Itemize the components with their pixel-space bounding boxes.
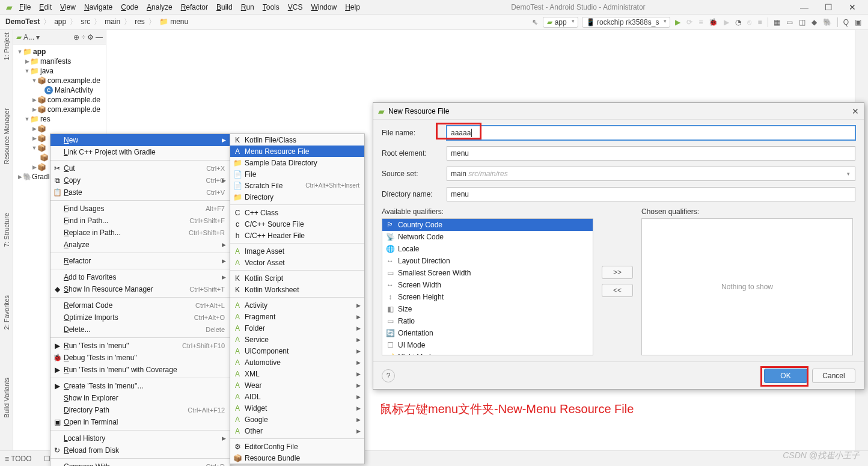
- new-resource-bundle[interactable]: 📦Resource Bundle: [230, 452, 364, 464]
- rail-structure[interactable]: 7: Structure: [3, 213, 10, 247]
- tb-icon-4[interactable]: ◆: [808, 18, 820, 26]
- add-qualifier-button[interactable]: >>: [602, 266, 633, 279]
- stop-icon[interactable]: ■: [754, 18, 765, 26]
- dialog-close-icon[interactable]: ✕: [852, 106, 859, 116]
- debug-icon[interactable]: 🐞: [706, 18, 721, 26]
- tree-app[interactable]: ▼📁app: [13, 47, 106, 57]
- new-other[interactable]: AOther▶: [230, 425, 364, 437]
- ctx-optimize-imports[interactable]: Optimize ImportsCtrl+Alt+O: [50, 311, 230, 323]
- profile-icon[interactable]: ◔: [732, 18, 744, 26]
- qualifier-screen-height[interactable]: ↕Screen Height: [382, 291, 593, 303]
- ctx-find-in-path-[interactable]: Find in Path...Ctrl+Shift+F: [50, 215, 230, 227]
- rail-favorites[interactable]: 2: Favorites: [3, 295, 10, 330]
- new-widget[interactable]: AWidget▶: [230, 402, 364, 414]
- chosen-qualifiers-list[interactable]: Nothing to show: [641, 218, 853, 355]
- new-kotlin-file-class[interactable]: KKotlin File/Class: [230, 134, 364, 146]
- menu-window[interactable]: Window: [307, 2, 341, 13]
- qualifier-smallest-screen-width[interactable]: ▭Smallest Screen Width: [382, 267, 593, 279]
- rail-project[interactable]: 1: Project: [3, 32, 10, 60]
- ctx-compare-with-[interactable]: ↔Compare With...Ctrl+D: [50, 461, 230, 466]
- new-sample-data-directory[interactable]: 📁Sample Data Directory: [230, 157, 364, 168]
- project-hide-icon[interactable]: —: [96, 33, 103, 41]
- qualifier-country-code[interactable]: 🏳Country Code: [382, 219, 593, 231]
- tree-mainactivity[interactable]: CMainActivity: [13, 85, 106, 95]
- tb-icon-6[interactable]: Q: [840, 18, 852, 26]
- menu-help[interactable]: Help: [341, 2, 364, 13]
- menu-build[interactable]: Build: [212, 2, 237, 13]
- qualifier-ratio[interactable]: ▭Ratio: [382, 315, 593, 327]
- qualifier-night-mode[interactable]: 🌙Night Mode: [382, 351, 593, 355]
- tree-pkg1[interactable]: ▼📦com.example.de: [13, 76, 106, 85]
- new-scratch-file[interactable]: 📄Scratch FileCtrl+Alt+Shift+Insert: [230, 180, 364, 191]
- minimize-button[interactable]: —: [792, 2, 816, 12]
- tb-icon-3[interactable]: ◫: [796, 18, 808, 26]
- menu-analyze[interactable]: Analyze: [142, 2, 177, 13]
- new-editorconfig-file[interactable]: ⚙EditorConfig File: [230, 441, 364, 452]
- new-vector-asset[interactable]: AVector Asset: [230, 257, 364, 268]
- run-icon[interactable]: ▶: [672, 18, 683, 26]
- ctx-analyze[interactable]: Analyze▶: [50, 239, 230, 251]
- new-image-asset[interactable]: AImage Asset: [230, 245, 364, 257]
- tree-pkg3[interactable]: ▶📦com.example.de: [13, 105, 106, 114]
- rerun-icon[interactable]: ≡: [695, 18, 706, 26]
- menu-file[interactable]: File: [15, 2, 35, 13]
- tree-java[interactable]: ▼📁java: [13, 66, 106, 76]
- tree-res-1[interactable]: ▶📦: [13, 124, 106, 133]
- close-button[interactable]: ✕: [840, 2, 864, 12]
- new-xml[interactable]: AXML▶: [230, 368, 364, 379]
- ctx-show-in-explorer[interactable]: Show in Explorer: [50, 392, 230, 404]
- tree-pkg2[interactable]: ▶📦com.example.de: [13, 95, 106, 105]
- tb-icon-2[interactable]: ▭: [783, 18, 796, 26]
- qualifier-locale[interactable]: 🌐Locale: [382, 243, 593, 255]
- ctx-create-tests-in-menu-[interactable]: ▶Create 'Tests in 'menu''...: [50, 380, 230, 392]
- menu-vcs[interactable]: VCS: [284, 2, 307, 13]
- ctx-new[interactable]: New▶: [50, 134, 230, 146]
- ctx-local-history[interactable]: Local History▶: [50, 432, 230, 444]
- file-name-input[interactable]: aaaaa: [447, 126, 855, 140]
- source-set-dropdown[interactable]: main src/main/res: [447, 167, 855, 181]
- ctx-reformat-code[interactable]: Reformat CodeCtrl+Alt+L: [50, 299, 230, 311]
- ctx-copy[interactable]: ⧉CopyCtrl+C▶: [50, 174, 230, 186]
- breadcrumb-DemoTest[interactable]: DemoTest: [4, 17, 41, 26]
- qualifier-layout-direction[interactable]: ↔Layout Direction: [382, 255, 593, 267]
- run-config-dropdown[interactable]: ▰ app: [543, 17, 578, 28]
- attach-debugger-icon[interactable]: ⎋: [744, 18, 754, 26]
- new-kotlin-script[interactable]: KKotlin Script: [230, 272, 364, 284]
- device-dropdown[interactable]: 📱 rockchip rk3588s_s: [582, 17, 671, 28]
- qualifier-orientation[interactable]: 🔄Orientation: [382, 327, 593, 339]
- qualifier-size[interactable]: ◧Size: [382, 303, 593, 315]
- coverage-icon[interactable]: ▶: [721, 18, 732, 26]
- help-button[interactable]: ?: [382, 369, 395, 382]
- ctx-open-in-terminal[interactable]: ▣Open in Terminal: [50, 416, 230, 428]
- directory-name-input[interactable]: menu: [447, 187, 855, 201]
- new-aidl[interactable]: AAIDL▶: [230, 391, 364, 402]
- qualifier-network-code[interactable]: 📡Network Code: [382, 231, 593, 243]
- menu-refactor[interactable]: Refactor: [177, 2, 212, 13]
- menu-view[interactable]: View: [56, 2, 80, 13]
- breadcrumb-app[interactable]: app: [52, 17, 68, 26]
- cancel-button[interactable]: Cancel: [812, 369, 855, 383]
- ctx-run-tests-in-menu-with-coverage[interactable]: ▶Run 'Tests in 'menu'' with Coverage: [50, 364, 230, 376]
- ctx-delete-[interactable]: Delete...Delete: [50, 323, 230, 336]
- ctx-debug-tests-in-menu-[interactable]: 🐞Debug 'Tests in 'menu'': [50, 352, 230, 364]
- menu-edit[interactable]: Edit: [35, 2, 56, 13]
- menu-navigate[interactable]: Navigate: [80, 2, 117, 13]
- sync-icon[interactable]: ⇖: [529, 18, 541, 26]
- rail-resource-manager[interactable]: Resource Manager: [3, 108, 10, 165]
- tb-icon-5[interactable]: 🐘: [820, 18, 835, 26]
- new-activity[interactable]: AActivity▶: [230, 299, 364, 311]
- ctx-show-in-resource-manager[interactable]: ◆Show In Resource ManagerCtrl+Shift+T: [50, 283, 230, 295]
- apply-changes-icon[interactable]: ⟳: [683, 18, 695, 26]
- ctx-find-usages[interactable]: Find UsagesAlt+F7: [50, 203, 230, 215]
- new-directory[interactable]: 📁Directory: [230, 191, 364, 203]
- new-file[interactable]: 📄File: [230, 168, 364, 180]
- new-menu-resource-file[interactable]: AMenu Resource File: [230, 146, 364, 157]
- new-folder[interactable]: AFolder▶: [230, 322, 364, 334]
- ok-button[interactable]: OK: [764, 369, 807, 383]
- qualifier-screen-width[interactable]: ↔Screen Width: [382, 279, 593, 291]
- tb-icon-7[interactable]: ▣: [852, 18, 864, 26]
- new-uicomponent[interactable]: AUiComponent▶: [230, 345, 364, 357]
- tb-icon-1[interactable]: ▦: [771, 18, 783, 26]
- menu-run[interactable]: Run: [237, 2, 258, 13]
- ctx-link-c-project-with-gradle[interactable]: Link C++ Project with Gradle: [50, 146, 230, 158]
